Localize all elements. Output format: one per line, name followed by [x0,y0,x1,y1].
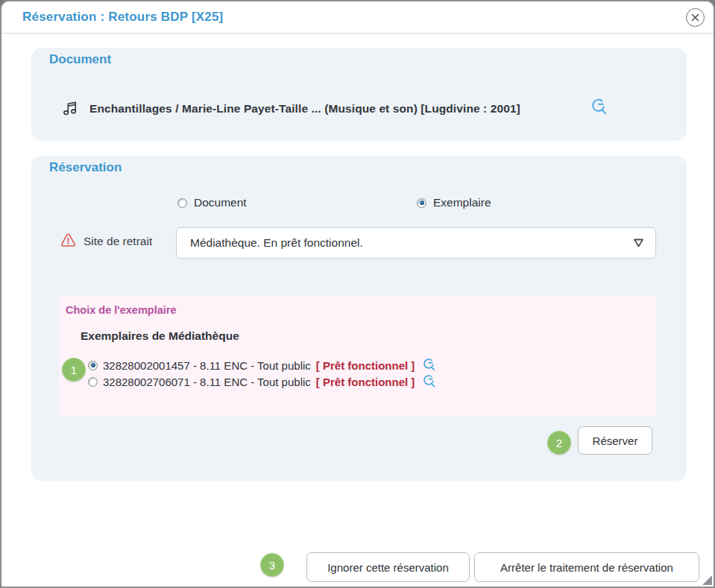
document-section: Document Enchantillages / Marie-Line Pay… [31,48,687,141]
music-note-icon [61,98,79,120]
exemplaire-2-text: 32828002706071 - 8.11 ENC - Tout public [103,376,311,388]
reserve-button[interactable]: Réserver [578,426,652,455]
exemplaire-1-status: [ Prêt fonctionnel ] [316,359,415,372]
site-de-retrait-row: Site de retrait [60,231,152,252]
exemplaire-1-view-icon[interactable] [421,357,438,373]
close-button[interactable] [686,8,705,27]
stop-treatment-button[interactable]: Arrêter le traitement de réservation [474,552,699,582]
radio-document-label: Document [194,196,247,209]
document-row: Enchantillages / Marie-Line Payet-Taille… [61,95,520,122]
chevron-down-icon [631,236,646,253]
exemplaire-1-radio[interactable] [88,361,98,370]
exemplaire-2-view-icon[interactable] [421,373,438,390]
exemplaire-2-status: [ Prêt fonctionnel ] [316,376,415,388]
radio-document-control[interactable] [177,198,187,208]
close-icon [691,13,699,22]
radio-exemplaire-label: Exemplaire [433,196,491,209]
dialog-title: Réservation : Retours BDP [X25] [22,1,223,33]
ignore-reservation-button[interactable]: Ignorer cette réservation [306,552,470,582]
warning-triangle-icon [60,233,77,251]
site-select[interactable]: Médiathèque. En prêt fonctionnel. [176,227,656,259]
reservation-section-header: Réservation [49,160,122,175]
choice-area: Choix de l'exemplaire Exemplaires de Méd… [60,296,656,417]
radio-document[interactable]: Document [177,196,247,209]
step-badge-2: 2 [547,431,571,455]
radio-exemplaire-control[interactable] [417,198,426,208]
reservation-dialog: Réservation : Retours BDP [X25] Document… [0,0,715,588]
step-badge-1: 1 [62,358,86,382]
view-record-icon[interactable] [589,97,610,118]
site-select-value: Médiathèque. En prêt fonctionnel. [190,236,363,250]
dialog-titlebar: Réservation : Retours BDP [X25] [1,1,714,34]
step-badge-3: 3 [260,553,284,577]
radio-exemplaire[interactable]: Exemplaire [417,196,491,209]
document-section-header: Document [49,52,111,67]
exemplaire-item-2[interactable]: 32828002706071 - 8.11 ENC - Tout public … [88,373,438,390]
document-title-text: Enchantillages / Marie-Line Payet-Taille… [89,102,520,116]
choice-header: Choix de l'exemplaire [66,304,177,316]
exemplaire-2-radio[interactable] [88,377,98,387]
exemplaires-group-label: Exemplaires de Médiathèque [81,329,239,343]
exemplaire-item-1[interactable]: 32828002001457 - 8.11 ENC - Tout public … [88,357,438,373]
site-de-retrait-label: Site de retrait [84,235,152,248]
exemplaire-1-text: 32828002001457 - 8.11 ENC - Tout public [103,359,311,372]
resize-handle[interactable] [702,575,712,585]
